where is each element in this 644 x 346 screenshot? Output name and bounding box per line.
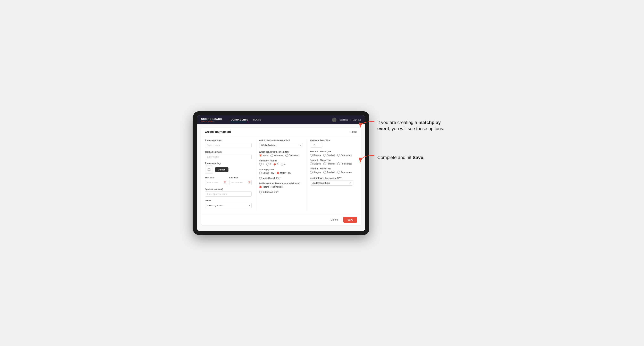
middle-column: Which division is the event for? NCAA Di… [256,139,306,211]
gender-radio-group: Mens Womens Combined [259,154,302,157]
sponsor-input[interactable] [205,191,252,197]
save-button[interactable]: Save [343,217,357,223]
nav-tournaments[interactable]: TOURNAMENTS [229,118,248,122]
api-tag: Leaderboard King ✕ [310,180,353,185]
max-team-size-group: Maximum Team Size [310,139,353,148]
end-date-wrapper [229,180,252,185]
annotation-save: Complete and hit Save. [378,155,451,161]
scoring-medal-item[interactable]: Medal Match Play [259,177,280,179]
avatar: T [332,118,336,122]
venue-select[interactable]: Search golf club [205,203,252,208]
gender-label: Which gender is the event for? [259,151,302,153]
cancel-button[interactable]: Cancel [328,217,341,223]
tournament-name-group: Tournament name [205,151,252,159]
teams-teams-radio[interactable] [259,185,262,188]
page-content: Create Tournament ← Back Tournament Host [197,124,365,231]
round1-fourball-item[interactable]: Fourball [323,154,335,157]
teams-teams-item[interactable]: Teams (+Individuals) [259,185,284,188]
start-date-label: Start date [205,176,227,179]
scoring-stroke-radio[interactable] [259,172,262,174]
annotation-save-text: Complete and hit Save. [378,155,451,161]
nav-right: T Test User | Sign out [332,118,361,122]
api-remove-button[interactable]: ✕ [349,181,352,184]
round1-foursomes-radio[interactable] [337,154,340,157]
gender-combined-radio[interactable] [286,154,288,157]
round1-fourball-label: Fourball [327,154,335,156]
division-group: Which division is the event for? NCAA Di… [259,139,302,148]
round1-foursomes-item[interactable]: Foursomes [337,154,352,157]
gender-combined-item[interactable]: Combined [286,154,299,157]
round2-foursomes-radio[interactable] [337,163,340,165]
logo-placeholder: 🖼 [205,166,213,174]
sponsor-label: Sponsor (optional) [205,188,252,190]
round2-fourball-radio[interactable] [323,163,326,165]
round2-title: Round 2 - Match Type [310,159,353,161]
teams-teams-label: Teams (+Individuals) [263,185,284,188]
scoring-medal-radio[interactable] [259,177,262,179]
rounds-3-label: 3 [277,163,278,165]
tournament-name-input[interactable] [205,154,252,159]
rounds-1-item[interactable]: 1 [259,163,264,166]
start-date-group: Start date [205,176,227,185]
round1-singles-radio[interactable] [310,154,313,157]
round1-singles-item[interactable]: Singles [310,154,321,157]
round2-fourball-label: Fourball [327,163,335,165]
gender-womens-radio[interactable] [270,154,273,157]
tournament-name-label: Tournament name [205,151,252,153]
round2-options: Singles Fourball Foursomes [310,163,353,165]
round3-foursomes-label: Foursomes [341,171,352,173]
back-button[interactable]: ← Back [349,131,357,133]
gender-womens-item[interactable]: Womens [270,154,283,157]
tournament-host-input[interactable] [205,143,252,148]
brand-title: SCOREBOARD [201,118,222,121]
rounds-3-radio[interactable] [274,163,276,166]
round3-singles-radio[interactable] [310,171,313,174]
gender-mens-radio[interactable] [259,154,262,157]
scoring-stroke-item[interactable]: Stroke Play [259,172,274,174]
api-group: Use third-party live scoring API? Leader… [310,177,353,185]
round3-section: Round 3 - Match Type Singles Fourball [310,168,353,174]
round3-foursomes-item[interactable]: Foursomes [337,171,352,174]
gender-mens-label: Mens [263,154,268,157]
end-date-input[interactable] [229,180,252,185]
scoring-match-radio[interactable] [276,172,279,174]
page-title: Create Tournament [205,130,231,133]
round2-singles-item[interactable]: Singles [310,163,321,165]
division-select[interactable]: NCAA Division I [259,143,302,148]
round2-foursomes-item[interactable]: Foursomes [337,163,352,165]
rounds-4-radio[interactable] [281,163,284,166]
scoring-radio-group: Stroke Play Match Play Medal Match Play [259,172,302,179]
round2-singles-label: Singles [314,163,321,165]
teams-individuals-item[interactable]: Individuals Only [259,191,279,193]
rounds-2-label: 2 [270,163,271,165]
annotation-matchplay-text: If you are creating a matchplay event, y… [378,120,451,132]
rounds-1-radio[interactable] [259,163,262,166]
rounds-3-item[interactable]: 3 [274,163,278,166]
round3-foursomes-radio[interactable] [337,171,340,174]
scoring-stroke-label: Stroke Play [263,172,274,174]
max-team-size-input[interactable] [310,143,322,148]
round3-fourball-item[interactable]: Fourball [323,171,335,174]
nav-teams[interactable]: TEAMS [253,118,261,122]
round2-singles-radio[interactable] [310,163,313,165]
division-label: Which division is the event for? [259,139,302,142]
rounds-4-label: 4 [284,163,286,165]
rounds-2-radio[interactable] [266,163,269,166]
round3-fourball-radio[interactable] [323,171,326,174]
rounds-4-item[interactable]: 4 [281,163,286,166]
teams-individuals-radio[interactable] [259,191,262,193]
gender-group: Which gender is the event for? Mens Wome… [259,151,302,157]
scoring-medal-label: Medal Match Play [263,177,280,179]
end-date-group: End date [229,176,252,185]
round1-fourball-radio[interactable] [323,154,326,157]
round3-singles-item[interactable]: Singles [310,171,321,174]
round3-singles-label: Singles [314,171,321,173]
rounds-2-item[interactable]: 2 [266,163,271,166]
round2-fourball-item[interactable]: Fourball [323,163,335,165]
upload-button[interactable]: Upload [215,167,228,172]
start-date-input[interactable] [205,180,227,185]
gender-mens-item[interactable]: Mens [259,154,268,157]
scoring-match-item[interactable]: Match Play [276,172,291,174]
date-row: Start date End date [205,176,252,185]
tournament-host-group: Tournament Host [205,139,252,148]
